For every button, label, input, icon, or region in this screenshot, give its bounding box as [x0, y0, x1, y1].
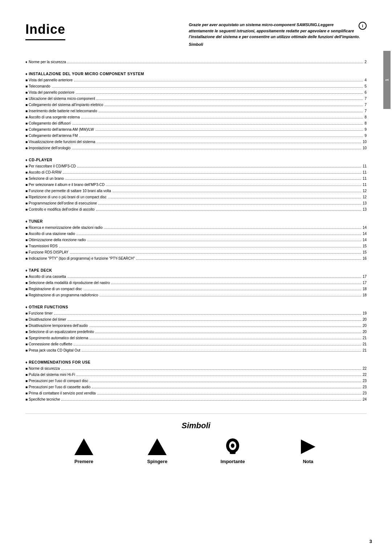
- toc-item: ■Collegamento del sistema all'impianto e…: [25, 102, 367, 108]
- toc-item: ■Specifiche tecniche 24: [25, 396, 367, 402]
- page-number: 3: [369, 539, 372, 544]
- toc-item: ■Registrazione di un compact disc 18: [25, 286, 367, 292]
- toc-item: ■Funzione timer 19: [25, 310, 367, 316]
- toc-dots: [99, 112, 363, 112]
- simboli-section: Simboli Premere Spingere: [25, 413, 367, 464]
- toc-item: ■Funzione RDS DISPLAY 15: [25, 249, 367, 255]
- toc-dots: [77, 376, 361, 376]
- toc-dots: [76, 93, 363, 94]
- toc-item: ■Telecomando 5: [25, 83, 367, 89]
- svg-marker-1: [148, 438, 167, 455]
- toc-dots: [52, 87, 363, 88]
- toc-item: ■Presa jack uscita CD Digital Out 21: [25, 347, 367, 353]
- toc-dots: [108, 198, 361, 198]
- toc-dots: [77, 235, 361, 235]
- simboli-title: Simboli: [25, 421, 367, 430]
- triangle-up2-icon: [147, 438, 167, 456]
- square-icon: ■: [25, 114, 28, 120]
- square-icon: ■: [25, 372, 28, 378]
- toc-dots: [68, 63, 363, 63]
- toc-dots: [63, 173, 361, 174]
- toc-dots: [87, 241, 361, 241]
- square-icon: ■: [25, 145, 28, 151]
- toc-dots: [95, 130, 363, 131]
- square-icon: ■: [25, 96, 28, 102]
- bar-indicator: 1: [383, 51, 391, 109]
- square-icon: ■: [25, 200, 28, 206]
- toc-item: ■Inserimento delle batterie nel telecoma…: [25, 108, 367, 114]
- square-icon: ■: [25, 390, 28, 396]
- toc-item: ■Prima di contattare il servizio post ve…: [25, 390, 367, 396]
- toc-dots: [74, 81, 363, 81]
- square-icon: ■: [25, 243, 28, 249]
- square-icon: ■: [25, 182, 28, 188]
- toc-item: ■Ascolto di CD-R/RW 11: [25, 169, 367, 175]
- toc-dots: [95, 333, 361, 333]
- toc-dots: [97, 394, 361, 394]
- top-section: Indice i Grazie per aver acquistato un s…: [25, 22, 367, 49]
- toc-item: ■Controllo e modifica dell'ordine di asc…: [25, 206, 367, 212]
- toc-page: 4: [364, 77, 367, 83]
- toc-item: ■Collegamento dell'antenna FM 9: [25, 133, 367, 139]
- toc-dots: [68, 320, 361, 321]
- toc-dots: [136, 259, 361, 260]
- toc-item: ■Programmazione dell'ordine di esecuzion…: [25, 200, 367, 206]
- toc-dots: [54, 314, 361, 315]
- toc-dots: [98, 204, 361, 204]
- intro-simboli-ref: Simboli: [189, 41, 367, 48]
- toc-dots: [79, 137, 363, 137]
- toc-item: ■Ascolto di una stazione radio 14: [25, 231, 367, 237]
- toc-section-recommendations: ♦ Recommendations for Use ■Norme di sicu…: [25, 360, 367, 402]
- simboli-icons: Premere Spingere Importante: [25, 438, 367, 464]
- square-icon: ■: [25, 83, 28, 89]
- toc-item: ■Selezione della modalità di riproduzion…: [25, 280, 367, 286]
- toc-item: ■Connessione delle cuffiette 21: [25, 341, 367, 347]
- simboli-spingere: Spingere: [147, 438, 167, 464]
- square-icon: ■: [25, 224, 28, 231]
- toc-dots: [111, 284, 361, 284]
- simboli-premere: Premere: [74, 438, 94, 464]
- toc-dots: [90, 339, 361, 339]
- square-icon: ■: [25, 102, 28, 108]
- toc-section-header: ♦ Other Functions: [25, 305, 367, 309]
- toc-item: ■Selezione di un brano 11: [25, 175, 367, 182]
- square-icon: ■: [25, 329, 28, 335]
- number-badge: i: [359, 22, 367, 30]
- toc-dots: [106, 186, 361, 186]
- toc-item: ■Disattivazione del timer 20: [25, 316, 367, 323]
- square-icon: ■: [25, 316, 28, 323]
- toc-item: ■Selezione di un equalizzatore predefini…: [25, 329, 367, 335]
- toc-item: ■Ripetizione di uno o più brani di un co…: [25, 194, 367, 200]
- toc-item: ■Pulizia del sistema mini Hi-Fi 22: [25, 372, 367, 378]
- square-icon: ■: [25, 396, 28, 402]
- toc-item: ■Funzione che permette di saltare 10 bra…: [25, 188, 367, 194]
- diamond-icon: ♦: [25, 59, 27, 65]
- page-title: Indice: [25, 22, 65, 40]
- toc-dots: [68, 278, 361, 278]
- square-icon: ■: [25, 323, 28, 329]
- toc-dots: [105, 106, 363, 106]
- toc-item: ■Ascolto di una cassetta 17: [25, 274, 367, 280]
- toc-item: ■Collegamento dei diffusori 8: [25, 120, 367, 126]
- toc-item: ■Indicazione "PTY" (tipo di programma) e…: [25, 255, 367, 262]
- toc-dots: [96, 210, 361, 211]
- toc-section-tuner: ♦ Tuner ■Ricerca e memorizzazione delle …: [25, 219, 367, 262]
- toc-section-tapedeck: ♦ Tape Deck ■Ascolto di una cassetta 17 …: [25, 268, 367, 298]
- toc-dots: [90, 382, 361, 382]
- toc-item: ■Precauzioni per l'uso di compact disc 2…: [25, 378, 367, 384]
- toc-item-norme: ♦ Norme per la sicurezza 2: [25, 59, 367, 65]
- toc-item-label: ■ Vista del pannello anteriore: [25, 77, 73, 83]
- toc-dots: [61, 369, 361, 370]
- square-icon: ■: [25, 133, 28, 139]
- toc-dots: [104, 228, 361, 229]
- square-icon: ■: [25, 249, 28, 255]
- toc-dots: [97, 100, 363, 100]
- toc-item: ■Ubicazione del sistema micro-component …: [25, 96, 367, 102]
- simboli-spingere-label: Spingere: [147, 459, 167, 464]
- simboli-premere-label: Premere: [74, 459, 93, 464]
- square-icon: ■: [25, 286, 28, 292]
- toc-dots: [97, 143, 361, 143]
- square-icon: ■: [25, 194, 28, 200]
- square-icon: ■: [25, 378, 28, 384]
- square-icon: ■: [25, 365, 28, 372]
